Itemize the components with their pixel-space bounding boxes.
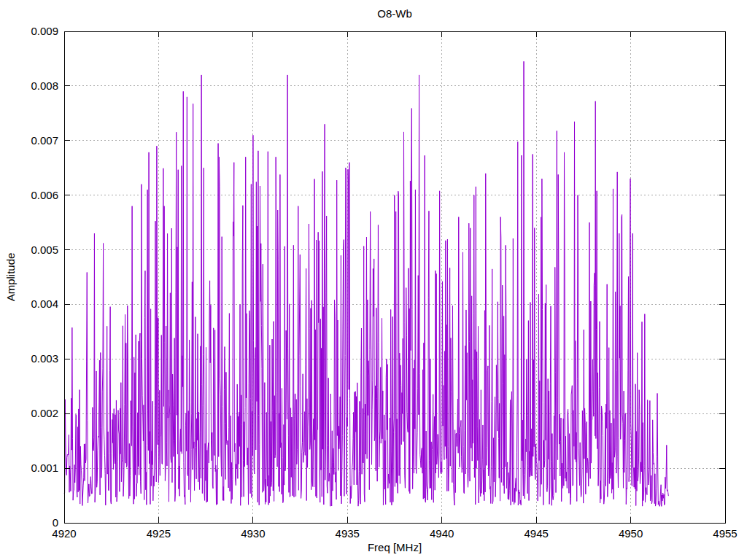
x-axis-label: Freq [MHz]	[368, 541, 422, 553]
x-tick-label: 4950	[619, 527, 643, 540]
y-tick-label: 0.004	[31, 298, 58, 310]
y-tick-label: 0.006	[31, 189, 58, 201]
x-tick-label: 4940	[430, 527, 454, 540]
y-tick-label: 0.008	[31, 79, 58, 92]
spectrum-chart: 00.0010.0020.0030.0040.0050.0060.0070.00…	[0, 0, 747, 560]
x-tick-label: 4935	[336, 527, 360, 540]
plot-canvas: 00.0010.0020.0030.0040.0050.0060.0070.00…	[0, 0, 747, 560]
y-tick-label: 0.002	[31, 407, 58, 419]
x-tick-label: 4930	[241, 527, 265, 540]
y-axis-label: Amplitude	[4, 253, 17, 302]
x-tick-label: 4925	[147, 527, 171, 540]
chart-title: O8-Wb	[377, 7, 412, 20]
spectrum-trace	[64, 61, 668, 506]
y-tick-label: 0.007	[31, 134, 58, 147]
y-tick-label: 0.005	[31, 244, 58, 256]
x-tick-label: 4945	[524, 527, 548, 540]
y-tick-label: 0.001	[31, 462, 58, 474]
y-tick-label: 0.003	[31, 352, 58, 365]
spectrum-line	[64, 61, 668, 506]
y-tick-label: 0.009	[31, 25, 58, 37]
x-tick-label: 4920	[52, 527, 76, 540]
x-tick-label: 4955	[713, 527, 737, 540]
